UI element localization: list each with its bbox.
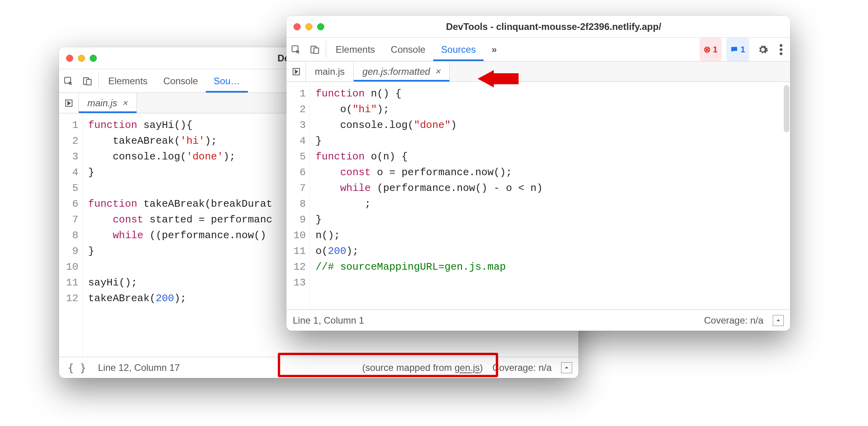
message-count: 1: [741, 44, 745, 55]
svg-point-7: [780, 44, 783, 47]
code-content[interactable]: function n() { o("hi"); console.log("don…: [310, 82, 790, 309]
status-bar: { } Line 12, Column 17 (source mapped fr…: [59, 357, 578, 378]
status-bar: Line 1, Column 1 Coverage: n/a: [286, 309, 790, 331]
panel-elements[interactable]: Elements: [100, 69, 155, 93]
panel-console[interactable]: Console: [155, 69, 206, 93]
cursor-position: Line 1, Column 1: [293, 315, 364, 326]
inspect-element-icon[interactable]: [59, 69, 78, 93]
device-toggle-icon[interactable]: [78, 69, 97, 93]
expand-icon[interactable]: [561, 362, 572, 373]
message-icon: [730, 46, 738, 54]
svg-rect-2: [87, 79, 91, 85]
error-icon: ⊗: [704, 44, 711, 55]
titlebar[interactable]: DevTools - clinquant-mousse-2f2396.netli…: [286, 16, 790, 38]
device-toggle-icon[interactable]: [305, 38, 324, 61]
expand-icon[interactable]: [773, 315, 784, 326]
tab-gen-js-formatted[interactable]: gen.js:formatted ✕: [354, 61, 450, 81]
source-tabs: main.js gen.js:formatted ✕: [286, 61, 790, 82]
tab-main-js[interactable]: main.js ✕: [79, 93, 137, 113]
show-navigator-icon[interactable]: [59, 93, 79, 113]
settings-icon[interactable]: [754, 38, 772, 61]
panel-console[interactable]: Console: [383, 38, 433, 61]
mapped-suffix: ): [480, 362, 483, 373]
minimize-window-button[interactable]: [78, 55, 85, 62]
scrollbar[interactable]: [784, 85, 789, 132]
close-window-button[interactable]: [66, 55, 73, 62]
tab-main-js[interactable]: main.js: [306, 61, 354, 81]
panel-elements[interactable]: Elements: [328, 38, 383, 61]
zoom-window-button[interactable]: [90, 55, 97, 62]
minimize-window-button[interactable]: [305, 23, 312, 30]
window-title: DevTools - clinquant-mousse-2f2396.netli…: [324, 21, 783, 32]
source-map-link[interactable]: gen.js: [454, 362, 480, 373]
close-icon[interactable]: ✕: [435, 67, 441, 76]
coverage-label: Coverage: n/a: [704, 315, 763, 326]
svg-rect-6: [314, 48, 319, 53]
coverage-label: Coverage: n/a: [492, 362, 552, 373]
source-mapped-label: (source mapped from gen.js): [362, 362, 483, 373]
tab-label: gen.js:formatted: [362, 66, 430, 77]
mapped-prefix: (source mapped from: [362, 362, 454, 373]
inspect-element-icon[interactable]: [286, 38, 305, 61]
svg-point-8: [780, 48, 783, 51]
devtools-toolbar: Elements Console Sources » ⊗ 1 1: [286, 38, 790, 61]
zoom-window-button[interactable]: [317, 23, 324, 30]
line-gutter: 12345678910111213: [286, 82, 310, 309]
panel-more[interactable]: »: [484, 38, 504, 61]
devtools-window-front: DevTools - clinquant-mousse-2f2396.netli…: [286, 16, 790, 331]
cursor-position: Line 12, Column 17: [98, 362, 180, 373]
message-count-badge[interactable]: 1: [726, 38, 749, 61]
error-count: 1: [713, 44, 718, 55]
panel-sources[interactable]: Sou…: [206, 69, 248, 93]
show-navigator-icon[interactable]: [286, 61, 306, 81]
error-count-badge[interactable]: ⊗ 1: [700, 38, 722, 61]
more-menu-icon[interactable]: [772, 38, 790, 61]
close-icon[interactable]: ✕: [122, 99, 128, 107]
svg-point-9: [780, 52, 783, 55]
code-editor[interactable]: 12345678910111213 function n() { o("hi")…: [286, 82, 790, 309]
line-gutter: 123456789101112: [59, 113, 83, 357]
panel-sources[interactable]: Sources: [433, 38, 484, 61]
tab-label: main.js: [315, 66, 345, 77]
tab-label: main.js: [87, 98, 117, 109]
pretty-print-icon[interactable]: { }: [65, 362, 89, 374]
close-window-button[interactable]: [294, 23, 301, 30]
